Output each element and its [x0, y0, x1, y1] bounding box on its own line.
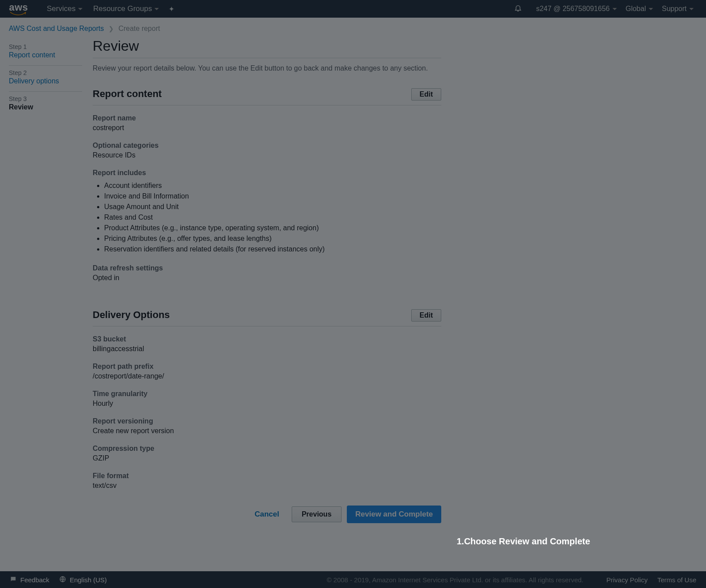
- nav-services-label: Services: [47, 4, 75, 13]
- compression-type-value: GZIP: [93, 454, 441, 462]
- data-refresh-label: Data refresh settings: [93, 264, 441, 272]
- breadcrumb-root[interactable]: AWS Cost and Usage Reports: [9, 25, 104, 32]
- chevron-down-icon: [78, 8, 83, 10]
- wizard-actions: Cancel Previous Review and Complete: [93, 506, 441, 523]
- wizard-step-1-label: Step 1: [9, 43, 82, 50]
- edit-delivery-button[interactable]: Edit: [411, 309, 441, 322]
- report-versioning-label: Report versioning: [93, 417, 441, 425]
- time-granularity-value: Hourly: [93, 400, 441, 408]
- report-prefix-label: Report path prefix: [93, 363, 441, 371]
- list-item: Invoice and Bill Information: [104, 191, 441, 202]
- report-versioning-value: Create new report version: [93, 427, 441, 435]
- s3-bucket-label: S3 bucket: [93, 335, 441, 343]
- page-title: Review: [93, 38, 441, 54]
- file-format-value: text/csv: [93, 482, 441, 490]
- report-prefix-value: /costreport/date-range/: [93, 372, 441, 380]
- callout: 1.Choose Review and Complete: [457, 536, 590, 547]
- callout-text: 1.Choose Review and Complete: [457, 536, 590, 546]
- footer-feedback[interactable]: Feedback: [10, 576, 49, 584]
- report-includes-list: Account identifiers Invoice and Bill Inf…: [93, 180, 441, 255]
- list-item: Usage Amount and Unit: [104, 202, 441, 212]
- optional-categories-value: Resource IDs: [93, 151, 441, 159]
- report-name-label: Report name: [93, 114, 441, 122]
- breadcrumb-current: Create report: [118, 25, 160, 32]
- aws-smile-icon: [8, 12, 29, 15]
- breadcrumb: AWS Cost and Usage Reports ❯ Create repo…: [0, 18, 706, 38]
- section-delivery-header: Delivery Options Edit: [93, 309, 441, 322]
- nav-account[interactable]: s247 @ 256758091656: [532, 5, 621, 13]
- review-panel: Review Review your report details below.…: [93, 38, 441, 541]
- data-refresh-value: Opted in: [93, 274, 441, 282]
- section-report-content-header: Report content Edit: [93, 88, 441, 101]
- edit-report-content-button[interactable]: Edit: [411, 88, 441, 101]
- footer: Feedback English (US) © 2008 - 2019, Ama…: [0, 571, 706, 588]
- nav-account-label: s247 @ 256758091656: [536, 5, 610, 13]
- wizard-step-1[interactable]: Step 1 Report content: [9, 40, 82, 66]
- list-item: Account identifiers: [104, 180, 441, 191]
- nav-region[interactable]: Global: [621, 5, 657, 13]
- list-item: Pricing Attributes (e.g., offer types, a…: [104, 233, 441, 244]
- chevron-down-icon: [154, 8, 159, 10]
- footer-terms-link[interactable]: Terms of Use: [657, 576, 696, 584]
- chevron-down-icon: [689, 8, 694, 10]
- footer-feedback-label: Feedback: [20, 576, 49, 584]
- report-includes-label: Report includes: [93, 169, 441, 177]
- nav-support-label: Support: [662, 5, 687, 13]
- footer-privacy-link[interactable]: Privacy Policy: [606, 576, 647, 584]
- wizard-step-1-title[interactable]: Report content: [9, 51, 82, 59]
- footer-copyright: © 2008 - 2019, Amazon Internet Services …: [327, 576, 583, 584]
- aws-logo[interactable]: aws: [8, 3, 29, 15]
- previous-button[interactable]: Previous: [292, 506, 342, 522]
- s3-bucket-value: billingaccesstrial: [93, 345, 441, 353]
- chevron-right-icon: ❯: [106, 25, 116, 32]
- time-granularity-label: Time granularity: [93, 390, 441, 398]
- list-item: Product Attributes (e.g., instance type,…: [104, 223, 441, 233]
- wizard-step-2-title[interactable]: Delivery options: [9, 77, 82, 85]
- top-navbar: aws Services Resource Groups ✦ s247 @ 25…: [0, 0, 706, 18]
- chat-icon: [10, 576, 17, 584]
- report-name-value: costreport: [93, 124, 441, 132]
- review-and-complete-button[interactable]: Review and Complete: [347, 506, 441, 523]
- nav-services[interactable]: Services: [41, 4, 88, 13]
- footer-language[interactable]: English (US): [59, 576, 107, 584]
- footer-language-label: English (US): [70, 576, 107, 584]
- globe-icon: [59, 576, 66, 584]
- chevron-down-icon: [649, 8, 653, 10]
- nav-support[interactable]: Support: [657, 5, 698, 13]
- nav-resource-groups-label: Resource Groups: [93, 4, 152, 13]
- section-report-content-title: Report content: [93, 88, 161, 100]
- primary-highlight: Review and Complete: [347, 506, 441, 523]
- section-delivery-title: Delivery Options: [93, 309, 170, 321]
- chevron-down-icon: [612, 8, 617, 10]
- wizard-step-3-title: Review: [9, 103, 82, 111]
- nav-region-label: Global: [626, 5, 646, 13]
- list-item: Rates and Cost: [104, 212, 441, 223]
- wizard-step-2[interactable]: Step 2 Delivery options: [9, 66, 82, 92]
- file-format-label: File format: [93, 472, 441, 480]
- cancel-button[interactable]: Cancel: [248, 506, 286, 522]
- nav-resource-groups[interactable]: Resource Groups: [88, 4, 164, 13]
- wizard-step-2-label: Step 2: [9, 69, 82, 76]
- wizard-step-3: Step 3 Review: [9, 92, 82, 117]
- wizard-step-3-label: Step 3: [9, 95, 82, 102]
- bell-icon[interactable]: [514, 4, 522, 14]
- list-item: Reservation identifiers and related deta…: [104, 244, 441, 255]
- pin-icon[interactable]: ✦: [169, 5, 174, 13]
- page-subtitle: Review your report details below. You ca…: [93, 64, 441, 72]
- optional-categories-label: Optional categories: [93, 142, 441, 150]
- compression-type-label: Compression type: [93, 445, 441, 453]
- wizard-steps: Step 1 Report content Step 2 Delivery op…: [9, 38, 93, 541]
- aws-logo-text: aws: [9, 3, 28, 12]
